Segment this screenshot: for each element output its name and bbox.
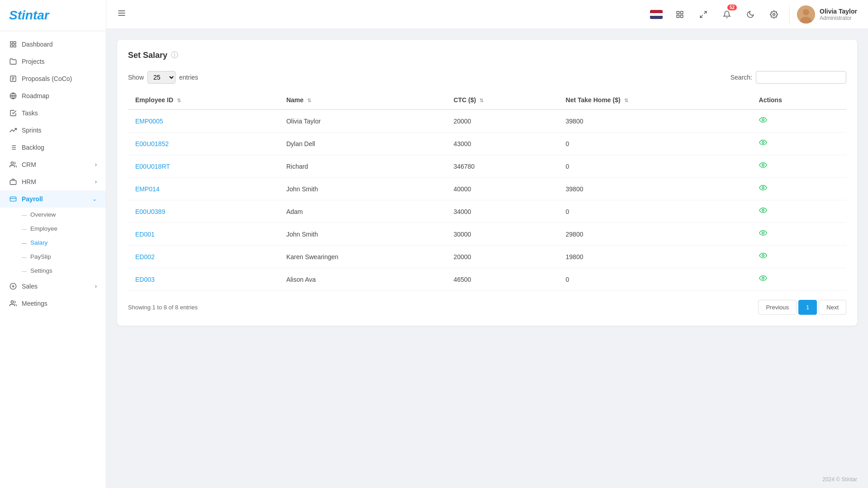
flag-icon [650, 10, 663, 19]
dark-mode-button[interactable] [742, 6, 759, 23]
sort-name-icon[interactable]: ⇅ [307, 98, 311, 103]
svg-point-34 [762, 232, 764, 234]
view-button-2[interactable] [759, 162, 767, 171]
user-profile-button[interactable]: Olivia Taylor Administrator [789, 5, 857, 24]
sort-emp-id-icon[interactable]: ⇅ [177, 98, 181, 103]
emp-id-link-2[interactable]: E00U018RT [135, 163, 170, 170]
sidebar-item-dashboard[interactable]: Dashboard [0, 36, 106, 53]
cell-ctc-2: 346780 [446, 155, 559, 178]
sidebar-item-roadmap-label: Roadmap [22, 92, 49, 99]
grid-button[interactable] [695, 6, 711, 23]
emp-id-link-7[interactable]: ED003 [135, 276, 155, 283]
cell-name-5: John Smith [279, 223, 446, 246]
view-button-1[interactable] [759, 139, 767, 148]
sidebar-item-meetings[interactable]: Meetings [0, 295, 106, 312]
notifications-button[interactable]: 52 [719, 6, 735, 23]
footer-text: 2024 © Stintar [822, 476, 857, 483]
menu-toggle-button[interactable] [117, 9, 126, 20]
cell-emp-id-5: ED001 [128, 223, 279, 246]
sidebar: Stintar Dashboard Projects Proposals (Co… [0, 0, 106, 488]
user-role: Administrator [820, 15, 857, 21]
sidebar-sub-settings[interactable]: Settings [22, 264, 106, 278]
view-button-4[interactable] [759, 207, 767, 216]
view-button-3[interactable] [759, 185, 767, 194]
settings-label: Settings [30, 267, 52, 274]
sidebar-sub-salary[interactable]: Salary [22, 236, 106, 250]
sidebar-item-proposals[interactable]: Proposals (CoCo) [0, 70, 106, 87]
main-area: 52 Olivia Taylor Administrato [106, 0, 868, 488]
svg-point-29 [762, 119, 764, 121]
cell-ctc-6: 20000 [446, 246, 559, 268]
show-label: Show [128, 74, 144, 81]
sidebar-item-sprints[interactable]: Sprints [0, 122, 106, 139]
cell-name-4: Adam [279, 200, 446, 223]
search-input[interactable] [756, 71, 846, 84]
cell-net-1: 0 [559, 133, 752, 155]
sidebar-item-projects[interactable]: Projects [0, 53, 106, 70]
previous-button[interactable]: Previous [758, 300, 797, 315]
emp-id-link-4[interactable]: E00U0389 [135, 208, 165, 215]
table-footer: Showing 1 to 8 of 8 entries Previous 1 N… [128, 300, 846, 315]
settings-button[interactable] [766, 6, 782, 23]
cell-name-3: John Smith [279, 178, 446, 200]
sidebar-item-hrm[interactable]: HRM › [0, 173, 106, 190]
cell-emp-id-1: E00U01852 [128, 133, 279, 155]
view-button-6[interactable] [759, 252, 767, 261]
sidebar-sub-payslip[interactable]: PaySlip [22, 250, 106, 264]
sidebar-item-tasks[interactable]: Tasks [0, 104, 106, 122]
cell-ctc-5: 30000 [446, 223, 559, 246]
cell-net-2: 0 [559, 155, 752, 178]
sidebar-item-crm[interactable]: CRM › [0, 156, 106, 173]
view-button-5[interactable] [759, 230, 767, 239]
view-button-7[interactable] [759, 275, 767, 284]
view-button-0[interactable] [759, 117, 767, 126]
sidebar-item-payroll-label: Payroll [22, 195, 43, 203]
sidebar-item-sprints-label: Sprints [22, 127, 42, 134]
flag-button[interactable] [648, 6, 664, 23]
sidebar-item-backlog[interactable]: Backlog [0, 139, 106, 156]
crm-chevron-icon: › [95, 161, 97, 168]
cell-name-7: Alison Ava [279, 268, 446, 291]
sidebar-item-projects-label: Projects [22, 58, 45, 65]
sidebar-nav: Dashboard Projects Proposals (CoCo) Road… [0, 31, 106, 488]
cell-ctc-1: 43000 [446, 133, 559, 155]
sales-icon [9, 282, 17, 290]
next-button[interactable]: Next [819, 300, 846, 315]
sort-ctc-icon[interactable]: ⇅ [479, 98, 484, 103]
page-1-button[interactable]: 1 [798, 300, 817, 315]
show-entries-control: Show 25 10 50 100 entries [128, 71, 198, 84]
emp-id-link-3[interactable]: EMP014 [135, 185, 160, 193]
projects-icon [9, 57, 17, 66]
sidebar-sub-employee[interactable]: Employee [22, 222, 106, 236]
svg-rect-3 [14, 45, 16, 47]
sidebar-sub-overview[interactable]: Overview [22, 208, 106, 222]
info-icon[interactable]: ⓘ [171, 51, 178, 60]
entries-label: entries [179, 74, 198, 81]
cell-net-5: 29800 [559, 223, 752, 246]
emp-id-link-5[interactable]: ED001 [135, 231, 155, 238]
user-name: Olivia Taylor [820, 8, 857, 15]
sidebar-item-sales[interactable]: Sales › [0, 278, 106, 295]
sidebar-item-hrm-label: HRM [22, 178, 36, 185]
cell-emp-id-2: E00U018RT [128, 155, 279, 178]
avatar [797, 5, 815, 24]
svg-point-25 [773, 13, 775, 15]
entries-select[interactable]: 25 10 50 100 [147, 71, 175, 84]
pagination: Previous 1 Next [758, 300, 846, 315]
svg-point-27 [803, 9, 809, 15]
sort-net-icon[interactable]: ⇅ [624, 98, 628, 103]
emp-id-link-1[interactable]: E00U01852 [135, 140, 169, 147]
cell-emp-id-0: EMP0005 [128, 109, 279, 133]
emp-id-link-0[interactable]: EMP0005 [135, 118, 163, 125]
hrm-icon [9, 178, 17, 186]
svg-rect-22 [681, 11, 683, 14]
svg-point-30 [762, 142, 764, 144]
apps-button[interactable] [672, 6, 688, 23]
dashboard-icon [9, 40, 17, 48]
sidebar-item-roadmap[interactable]: Roadmap [0, 87, 106, 104]
overview-label: Overview [30, 211, 56, 218]
sidebar-item-payroll[interactable]: Payroll ⌄ [0, 190, 106, 208]
emp-id-link-6[interactable]: ED002 [135, 253, 155, 261]
table-row: EMP014 John Smith 40000 39800 [128, 178, 846, 200]
table-body: EMP0005 Olivia Taylor 20000 39800 E00U01… [128, 109, 846, 291]
